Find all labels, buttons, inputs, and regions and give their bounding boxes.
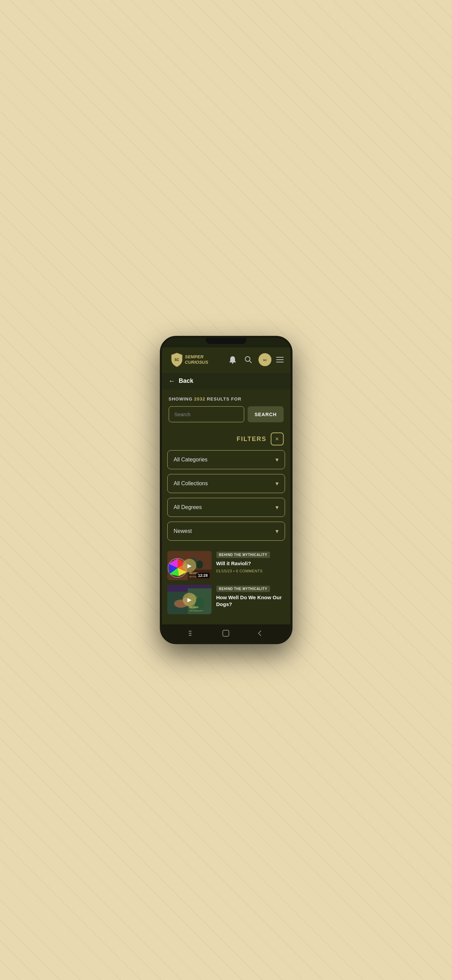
svg-text:SC: SC xyxy=(263,359,266,362)
logo: SC SEMPER CURIOSUS xyxy=(169,352,208,368)
all-categories-label: All Categories xyxy=(174,457,208,463)
notch xyxy=(206,338,247,344)
search-section: SHOWING 2032 RESULTS FOR SEARCH xyxy=(162,390,290,428)
table-row[interactable]: BEHIND MYTHICALITY ▶ 12:28 BEHIND THE MY… xyxy=(167,551,285,580)
search-row: SEARCH xyxy=(169,406,284,422)
bottom-nav xyxy=(162,624,290,642)
status-bar xyxy=(162,338,290,347)
app-content: SC SEMPER CURIOSUS xyxy=(162,347,290,624)
logo-shield: SC xyxy=(169,352,185,368)
play-button[interactable]: ▶ xyxy=(182,559,196,572)
video-thumbnail: BEHIND MYTHICALITY ▶ 12:28 xyxy=(167,551,211,580)
chevron-down-icon: ▾ xyxy=(276,456,279,463)
bottom-home-button[interactable] xyxy=(219,627,233,640)
result-meta: 01/15/23 • 6 COMMENTS xyxy=(216,569,285,573)
back-arrow-icon: ← xyxy=(169,377,176,385)
back-label: Back xyxy=(179,377,193,385)
result-info: BEHIND THE MYTHICALITY How Well Do We Kn… xyxy=(216,585,285,614)
search-input-wrapper xyxy=(169,406,244,422)
result-title: How Well Do We Know Our Dogs? xyxy=(216,594,285,608)
all-degrees-label: All Degrees xyxy=(174,504,202,511)
filters-header: FILTERS × xyxy=(167,428,285,450)
phone-frame: SC SEMPER CURIOSUS xyxy=(160,336,292,644)
search-button[interactable]: SEARCH xyxy=(247,406,283,422)
svg-line-3 xyxy=(249,361,251,363)
all-collections-label: All Collections xyxy=(174,480,208,487)
svg-text:SC: SC xyxy=(174,358,179,362)
filters-section: FILTERS × All Categories ▾ All Collectio… xyxy=(162,428,290,551)
result-tag: BEHIND THE MYTHICALITY xyxy=(216,585,270,592)
notification-icon[interactable] xyxy=(227,354,238,365)
chevron-down-icon: ▾ xyxy=(276,480,279,487)
hamburger-menu-icon[interactable] xyxy=(276,357,284,363)
bottom-menu-button[interactable] xyxy=(186,627,199,640)
result-count: 2032 xyxy=(194,396,205,401)
result-info: BEHIND THE MYTHICALITY Will it Ravioli? … xyxy=(216,551,285,580)
result-tag: BEHIND THE MYTHICALITY xyxy=(216,552,270,558)
back-bar[interactable]: ← Back xyxy=(162,372,290,390)
svg-rect-25 xyxy=(223,630,229,636)
close-filters-button[interactable]: × xyxy=(271,433,284,445)
chevron-down-icon: ▾ xyxy=(276,504,279,511)
result-title: Will it Ravioli? xyxy=(216,560,285,567)
chevron-down-icon: ▾ xyxy=(276,527,279,535)
logo-text: SEMPER CURIOSUS xyxy=(185,354,208,365)
search-icon[interactable] xyxy=(243,354,254,365)
search-input[interactable] xyxy=(169,407,244,422)
bottom-back-button[interactable] xyxy=(253,627,266,640)
newest-dropdown[interactable]: Newest ▾ xyxy=(167,522,285,541)
top-nav: SC SEMPER CURIOSUS xyxy=(162,347,290,372)
svg-text:BEHIND: BEHIND xyxy=(189,606,198,608)
all-categories-dropdown[interactable]: All Categories ▾ xyxy=(167,450,285,469)
all-degrees-dropdown[interactable]: All Degrees ▾ xyxy=(167,498,285,517)
svg-point-9 xyxy=(196,560,203,569)
video-duration: 12:28 xyxy=(196,573,209,578)
filters-label: FILTERS xyxy=(237,436,266,443)
table-row[interactable]: BEHIND MYTHICALITY ▶ BEHIND THE MYTHICAL… xyxy=(167,585,285,614)
results-list: BEHIND MYTHICALITY ▶ 12:28 BEHIND THE MY… xyxy=(162,551,290,624)
all-collections-dropdown[interactable]: All Collections ▾ xyxy=(167,474,285,493)
results-summary: SHOWING 2032 RESULTS FOR xyxy=(169,396,284,401)
play-button[interactable]: ▶ xyxy=(182,593,196,606)
nav-icons: SC xyxy=(227,353,284,366)
video-thumbnail: BEHIND MYTHICALITY ▶ xyxy=(167,585,211,614)
logo-icon: SC xyxy=(170,352,184,367)
avatar[interactable]: SC xyxy=(259,353,271,366)
svg-text:MYTHICALITY: MYTHICALITY xyxy=(189,610,203,612)
svg-point-1 xyxy=(232,363,233,364)
newest-label: Newest xyxy=(174,528,192,534)
